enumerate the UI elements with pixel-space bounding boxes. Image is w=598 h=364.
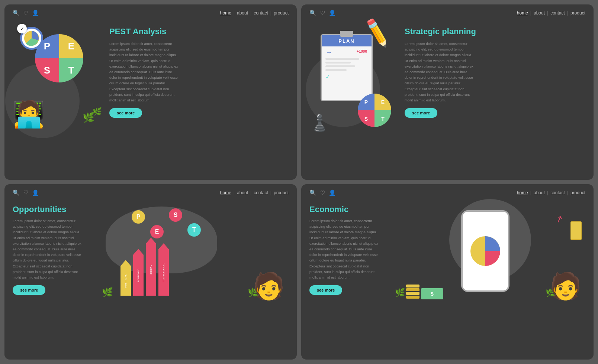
nav-bar-strategic: 🔍 ♡ 👤 home | about | contact | product (301, 4, 594, 16)
nav-icons-econ: 🔍 ♡ 👤 (309, 189, 336, 196)
user-icon-s[interactable]: 👤 (329, 10, 336, 16)
econ-lorem: Lorem ipsum dolor sit amet, consectetur … (309, 218, 378, 280)
nav-links-econ: home | about | contact | product (517, 190, 585, 195)
strategic-text-side: Strategic planning Lorem ipsum dolor sit… (397, 23, 585, 118)
economic-label-bar: ECONOMIC (137, 269, 139, 282)
nav-about-s[interactable]: about (534, 10, 545, 16)
nav-home[interactable]: home (220, 10, 231, 16)
heart-icon-o[interactable]: ♡ (23, 189, 28, 196)
econ-title: Economic (309, 205, 395, 214)
search-icon[interactable]: 🔍 (13, 10, 20, 16)
nav-contact-e[interactable]: contact (550, 190, 565, 195)
magnify-group: ✓ (20, 27, 46, 53)
person-thumbsup-opp: 🧑 (253, 271, 285, 301)
person-pointing-econ: 🧑 (549, 271, 582, 301)
search-icon-s[interactable]: 🔍 (309, 10, 316, 16)
strategic-lorem: Lorem ipsum dolor sit amet, consectetur … (405, 41, 473, 103)
nav-product[interactable]: product (274, 10, 289, 16)
nav-product-s[interactable]: product (570, 10, 585, 16)
pest-illustration: ✓ P E S T 🧑‍💻 🌿 🌿 (13, 23, 102, 127)
econ-text-side: Economic Lorem ipsum dolor sit amet, con… (309, 203, 395, 295)
pest-t-circle-opp: T (187, 223, 201, 237)
dollar-bill: $ (421, 288, 443, 299)
nav-links-pest: home | about | contact | product (220, 10, 289, 16)
political-label: POLITICAL (125, 274, 127, 287)
magnify-wrapper: ✓ (20, 27, 46, 53)
econ-card-content: Economic Lorem ipsum dolor sit amet, con… (301, 196, 594, 354)
pest-e-cell: E (59, 34, 83, 58)
pest-t-cell: T (59, 58, 83, 82)
tech-label: TECHNOLOGICAL (163, 263, 165, 282)
econ-illustration: ↗ $ 🧑 🌿 🌿 (395, 203, 585, 299)
nav-contact-o[interactable]: contact (254, 190, 268, 195)
card-economic: 🔍 ♡ 👤 home | about | contact | product E… (301, 184, 594, 360)
pest-e-circle-opp: E (150, 225, 164, 238)
pest-grid-strategic: P E S T (358, 94, 391, 127)
pest-p-circle-opp: P (132, 210, 145, 224)
leaf-opp-left: 🌿 (102, 287, 113, 298)
pie-chart-svg (23, 30, 40, 46)
coins-stack-econ (406, 285, 419, 299)
arrow-economic-body: ECONOMIC (133, 255, 144, 296)
heart-icon-s[interactable]: ♡ (320, 10, 325, 16)
bar-political: POLITICAL (120, 260, 131, 296)
strategic-card-content: ✏️ PLAN → +1000 ✓ (301, 16, 594, 175)
heart-icon-e[interactable]: ♡ (320, 189, 325, 196)
gold-bars (570, 221, 582, 240)
nav-bar-econ: 🔍 ♡ 👤 home | about | contact | product (301, 184, 594, 196)
pest-card-content: ✓ P E S T 🧑‍💻 🌿 🌿 PEST Analysis Lorem ip… (4, 16, 297, 175)
opp-illustration: P E S T POLITICAL (98, 203, 289, 299)
opp-see-more-btn[interactable]: see more (13, 285, 45, 295)
nav-home-s[interactable]: home (517, 10, 528, 16)
nav-contact[interactable]: contact (254, 10, 268, 16)
pest-e-s: E (374, 94, 391, 110)
arrow-tech-body: TECHNOLOGICAL (158, 249, 169, 296)
clipboard-clip (340, 31, 353, 37)
nav-about[interactable]: about (237, 10, 248, 16)
pest-see-more-btn[interactable]: see more (109, 108, 142, 118)
strategic-title: Strategic planning (405, 27, 585, 36)
nav-icons-opp: 🔍 ♡ 👤 (13, 189, 39, 196)
user-icon[interactable]: 👤 (32, 10, 39, 16)
strategic-see-more-btn[interactable]: see more (405, 108, 437, 118)
nav-product-e[interactable]: product (570, 190, 585, 195)
nav-icons-strategic: 🔍 ♡ 👤 (309, 10, 336, 16)
card-strategic-planning: 🔍 ♡ 👤 home | about | contact | product ✏… (301, 4, 594, 180)
arrow-bars-opp: POLITICAL ECONOMIC SOCIAL (120, 238, 169, 296)
checkmark-badge: ✓ (17, 24, 27, 33)
nav-contact-s[interactable]: contact (550, 10, 565, 16)
strategic-inner: ✏️ PLAN → +1000 ✓ (309, 23, 585, 120)
nav-product-o[interactable]: product (274, 190, 289, 195)
user-icon-e[interactable]: 👤 (329, 189, 336, 196)
nav-about-e[interactable]: about (534, 190, 545, 195)
trend-arrow-icon: ↗ (554, 213, 565, 225)
nav-about-o[interactable]: about (237, 190, 248, 195)
plus-value: +1000 (357, 49, 367, 53)
chess-icon: ♟️ (309, 113, 330, 133)
nav-bar-opp: 🔍 ♡ 👤 home | about | contact | product (4, 184, 297, 196)
card-pest-analysis: 🔍 ♡ 👤 home | about | contact | product (4, 4, 297, 180)
card-opportunities: 🔍 ♡ 👤 home | about | contact | product O… (4, 184, 297, 360)
heart-icon[interactable]: ♡ (23, 10, 28, 16)
coin-4 (406, 296, 419, 299)
nav-home-o[interactable]: home (220, 190, 231, 195)
pest-s-s: S (358, 110, 374, 127)
coin-3 (406, 292, 419, 295)
coins-group: $ (406, 285, 443, 299)
pest-text-side: PEST Analysis Lorem ipsum dolor sit amet… (102, 23, 289, 118)
phone-econ (461, 210, 509, 292)
user-icon-o[interactable]: 👤 (32, 189, 39, 196)
search-icon-o[interactable]: 🔍 (13, 189, 20, 196)
opp-card-content: Opportunities Lorem ipsum dolor sit amet… (4, 196, 297, 354)
nav-home-e[interactable]: home (517, 190, 528, 195)
arrow-political-body: POLITICAL (120, 266, 131, 296)
nav-bar-pest: 🔍 ♡ 👤 home | about | contact | product (4, 4, 297, 16)
pest-title: PEST Analysis (109, 27, 289, 36)
strategic-illustration: ✏️ PLAN → +1000 ✓ (309, 23, 391, 120)
opp-text-side: Opportunities Lorem ipsum dolor sit amet… (13, 203, 98, 295)
clipboard-wrapper: PLAN → +1000 ✓ (321, 34, 373, 101)
search-icon-e[interactable]: 🔍 (309, 189, 316, 196)
bar-social: SOCIAL (146, 238, 156, 296)
econ-see-more-btn[interactable]: see more (309, 285, 342, 295)
arrow-political-head (120, 260, 131, 266)
